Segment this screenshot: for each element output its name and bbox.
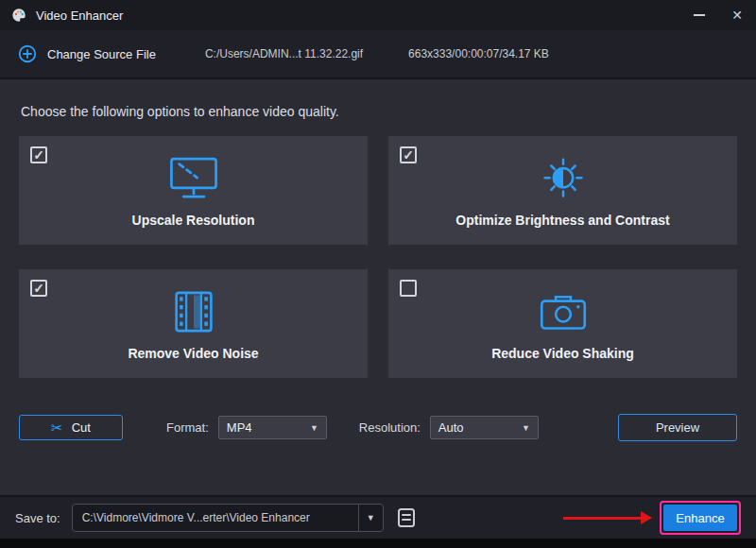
window-controls: ✕ — [680, 0, 756, 30]
option-label: Remove Video Noise — [128, 346, 258, 361]
resolution-dropdown[interactable]: Auto ▼ — [430, 416, 539, 439]
scissors-icon: ✂ — [51, 420, 63, 435]
save-path-value: C:\Vidmore\Vidmore V...erter\Video Enhan… — [82, 511, 358, 524]
format-dropdown[interactable]: MP4 ▼ — [218, 416, 327, 439]
optimize-brightness-checkbox[interactable] — [400, 146, 417, 163]
format-label: Format: — [166, 420, 209, 435]
enhance-label: Enhance — [676, 511, 724, 525]
enhance-button[interactable]: Enhance — [663, 505, 737, 531]
preview-button[interactable]: Preview — [618, 414, 737, 441]
footer-bar: Save to: C:\Vidmore\Vidmore V...erter\Vi… — [0, 495, 756, 539]
option-card-upscale-resolution[interactable]: Upscale Resolution — [19, 136, 368, 245]
add-plus-icon — [17, 43, 38, 64]
minimize-button[interactable] — [680, 0, 718, 30]
upscale-resolution-checkbox[interactable] — [30, 146, 47, 163]
format-value: MP4 — [227, 420, 252, 435]
change-source-button[interactable]: Change Source File — [17, 43, 156, 64]
option-card-optimize-brightness[interactable]: Optimize Brightness and Contrast — [388, 136, 737, 245]
camera-icon — [537, 286, 590, 337]
cut-button[interactable]: ✂ Cut — [19, 415, 123, 440]
chevron-down-icon: ▼ — [522, 423, 530, 433]
chevron-down-icon: ▼ — [310, 423, 318, 433]
save-path-dropdown[interactable]: ▼ — [358, 505, 383, 531]
window-title: Video Enhancer — [36, 9, 123, 23]
save-path-input[interactable]: C:\Vidmore\Vidmore V...erter\Video Enhan… — [72, 504, 384, 532]
background-window-strip — [0, 539, 756, 548]
annotation-arrow-line — [563, 517, 641, 520]
annotation-highlight-box: Enhance — [660, 501, 741, 535]
source-file-path: C:/Users/ADMIN...t 11.32.22.gif — [205, 47, 363, 60]
save-to-label: Save to: — [15, 511, 60, 525]
options-grid: Upscale Resolution Optimize B — [19, 136, 737, 378]
filmstrip-icon — [167, 286, 220, 337]
preview-label: Preview — [656, 420, 699, 435]
option-label: Optimize Brightness and Contrast — [455, 213, 669, 228]
option-label: Upscale Resolution — [132, 213, 255, 228]
controls-row: ✂ Cut Format: MP4 ▼ Resolution: Auto ▼ P… — [19, 414, 737, 441]
annotation-arrow-head — [641, 511, 652, 524]
change-source-label: Change Source File — [47, 47, 156, 61]
close-button[interactable]: ✕ — [718, 0, 756, 30]
chevron-down-icon: ▼ — [367, 513, 375, 522]
source-file-info: 663x333/00:00:07/34.17 KB — [408, 47, 549, 60]
close-icon: ✕ — [731, 9, 743, 22]
option-card-remove-noise[interactable]: Remove Video Noise — [19, 269, 368, 378]
main-content: Choose the following options to enhance … — [0, 79, 756, 495]
browse-folder-button[interactable] — [395, 506, 418, 529]
annotation-arrow — [563, 511, 652, 524]
title-bar: Video Enhancer ✕ — [0, 0, 756, 30]
source-bar: Change Source File C:/Users/ADMIN...t 11… — [0, 30, 756, 79]
brightness-contrast-icon — [538, 153, 589, 204]
reduce-shaking-checkbox[interactable] — [400, 280, 417, 297]
minimize-icon — [694, 14, 705, 16]
resolution-value: Auto — [438, 420, 464, 435]
instruction-text: Choose the following options to enhance … — [0, 79, 756, 119]
upscale-monitor-icon — [166, 153, 221, 204]
option-label: Reduce Video Shaking — [491, 346, 634, 361]
resolution-label: Resolution: — [359, 420, 421, 435]
remove-noise-checkbox[interactable] — [30, 280, 47, 297]
browse-folder-icon — [395, 506, 418, 529]
cut-label: Cut — [72, 420, 91, 435]
option-card-reduce-shaking[interactable]: Reduce Video Shaking — [388, 269, 737, 378]
palette-icon — [11, 8, 26, 23]
